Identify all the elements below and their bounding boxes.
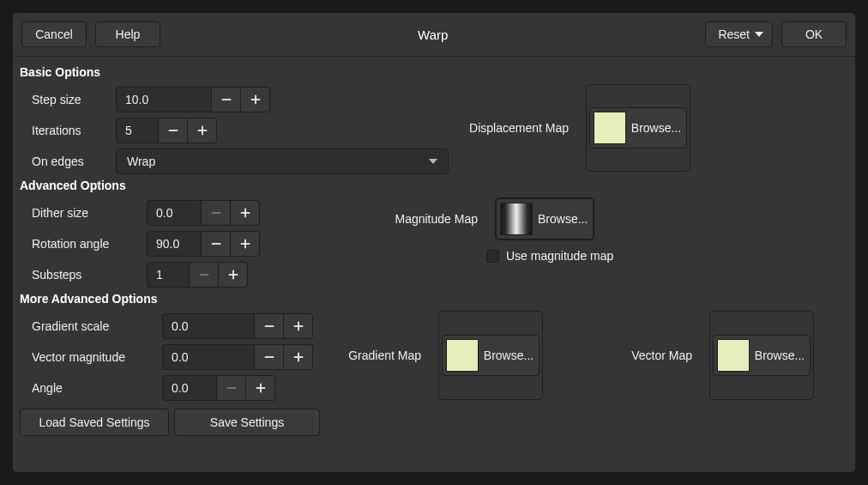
- displacement-browse-label: Browse...: [631, 121, 681, 135]
- iterations-label: Iterations: [20, 124, 116, 137]
- gradient-browse-label: Browse...: [484, 349, 533, 362]
- rotation-angle-decrease[interactable]: [202, 231, 231, 257]
- iterations-increase[interactable]: [188, 118, 217, 143]
- step-size-increase[interactable]: [241, 87, 270, 112]
- gradient-scale-stepper: [162, 313, 313, 339]
- svg-rect-6: [211, 212, 220, 214]
- plus-icon: [250, 94, 262, 106]
- svg-rect-21: [226, 387, 236, 389]
- minus-icon: [167, 124, 179, 136]
- use-magnitude-label: Use magnitude map: [506, 249, 613, 263]
- magnitude-map-box: Browse...: [495, 197, 594, 240]
- save-settings-button[interactable]: Save Settings: [174, 409, 320, 436]
- plus-icon: [292, 320, 304, 332]
- titlebar: Cancel Help Warp Reset OK: [13, 13, 855, 56]
- substeps-decrease[interactable]: [190, 262, 219, 288]
- step-size-label: Step size: [20, 93, 116, 106]
- rotation-angle-stepper: [147, 231, 260, 257]
- svg-rect-12: [199, 274, 208, 276]
- iterations-input[interactable]: [116, 118, 159, 143]
- svg-rect-11: [244, 239, 246, 249]
- angle-label: Angle: [20, 381, 162, 395]
- content-area: Basic Options Step size Iterations: [13, 56, 855, 472]
- rotation-angle-label: Rotation angle: [20, 237, 147, 251]
- dither-size-stepper: [147, 200, 260, 226]
- plus-icon: [292, 351, 304, 363]
- gradient-map-label: Gradient Map: [344, 349, 430, 362]
- substeps-input[interactable]: [147, 262, 190, 288]
- dither-size-input[interactable]: [147, 200, 202, 226]
- angle-stepper: [162, 375, 275, 401]
- svg-rect-0: [221, 99, 231, 100]
- substeps-increase[interactable]: [219, 262, 248, 288]
- dialog-title: Warp: [169, 27, 696, 42]
- dither-size-increase[interactable]: [231, 200, 260, 226]
- step-size-decrease[interactable]: [212, 87, 241, 112]
- angle-input[interactable]: [162, 375, 217, 401]
- substeps-stepper: [147, 262, 248, 288]
- minus-icon: [210, 207, 222, 219]
- on-edges-select[interactable]: Wrap: [116, 149, 449, 174]
- plus-icon: [227, 269, 239, 281]
- svg-rect-5: [202, 126, 203, 136]
- vector-magnitude-decrease[interactable]: [255, 344, 284, 370]
- dropdown-icon: [429, 159, 437, 164]
- chevron-down-icon: [755, 32, 763, 37]
- plus-icon: [196, 124, 208, 136]
- angle-increase[interactable]: [246, 375, 275, 401]
- gradient-scale-increase[interactable]: [284, 313, 313, 339]
- reset-label: Reset: [718, 27, 750, 42]
- displacement-browse-button[interactable]: Browse...: [589, 107, 687, 149]
- on-edges-value: Wrap: [127, 155, 155, 168]
- rotation-angle-input[interactable]: [147, 231, 202, 257]
- displacement-map-label: Displacement Map: [466, 121, 577, 135]
- magnitude-thumb: [500, 203, 533, 235]
- minus-icon: [263, 320, 275, 332]
- svg-rect-18: [264, 356, 274, 358]
- dither-size-label: Dither size: [20, 206, 147, 220]
- step-size-input[interactable]: [116, 87, 212, 112]
- minus-icon: [226, 382, 238, 394]
- vector-browse-label: Browse...: [755, 349, 805, 362]
- plus-icon: [239, 238, 251, 250]
- help-button[interactable]: Help: [95, 21, 160, 47]
- gradient-browse-button[interactable]: Browse...: [442, 335, 539, 376]
- cancel-button[interactable]: Cancel: [21, 21, 87, 47]
- gradient-scale-label: Gradient scale: [20, 319, 162, 333]
- minus-icon: [210, 238, 222, 250]
- rotation-angle-increase[interactable]: [231, 231, 260, 257]
- dialog-panel: Cancel Help Warp Reset OK Basic Options …: [12, 12, 856, 473]
- gradient-thumb: [446, 339, 479, 372]
- iterations-decrease[interactable]: [159, 118, 188, 143]
- svg-rect-15: [264, 325, 274, 327]
- step-size-stepper: [116, 87, 270, 112]
- vector-magnitude-increase[interactable]: [284, 344, 313, 370]
- gradient-scale-input[interactable]: [162, 313, 255, 339]
- ok-button[interactable]: OK: [781, 21, 847, 47]
- vector-browse-button[interactable]: Browse...: [713, 335, 811, 376]
- iterations-stepper: [116, 118, 217, 143]
- magnitude-browse-button[interactable]: Browse...: [496, 198, 594, 239]
- reset-button[interactable]: Reset: [705, 21, 773, 47]
- svg-rect-9: [211, 243, 220, 245]
- substeps-label: Substeps: [20, 268, 147, 282]
- minus-icon: [198, 269, 210, 281]
- minus-icon: [263, 351, 275, 363]
- vector-magnitude-stepper: [162, 344, 313, 370]
- load-saved-settings-button[interactable]: Load Saved Settings: [20, 409, 169, 436]
- svg-rect-17: [298, 322, 299, 331]
- displacement-thumb: [594, 112, 626, 144]
- gradient-map-box: Browse...: [438, 311, 543, 400]
- dither-size-decrease[interactable]: [202, 200, 231, 226]
- vector-magnitude-input[interactable]: [162, 344, 255, 370]
- plus-icon: [239, 207, 251, 219]
- vector-thumb: [717, 339, 750, 372]
- svg-rect-14: [232, 270, 234, 280]
- displacement-map-box: Browse...: [586, 84, 690, 172]
- gradient-scale-decrease[interactable]: [255, 313, 284, 339]
- magnitude-browse-label: Browse...: [538, 212, 588, 226]
- basic-options-heading: Basic Options: [20, 65, 848, 79]
- angle-decrease[interactable]: [217, 375, 246, 401]
- use-magnitude-checkbox[interactable]: [486, 250, 499, 263]
- svg-rect-23: [260, 384, 262, 393]
